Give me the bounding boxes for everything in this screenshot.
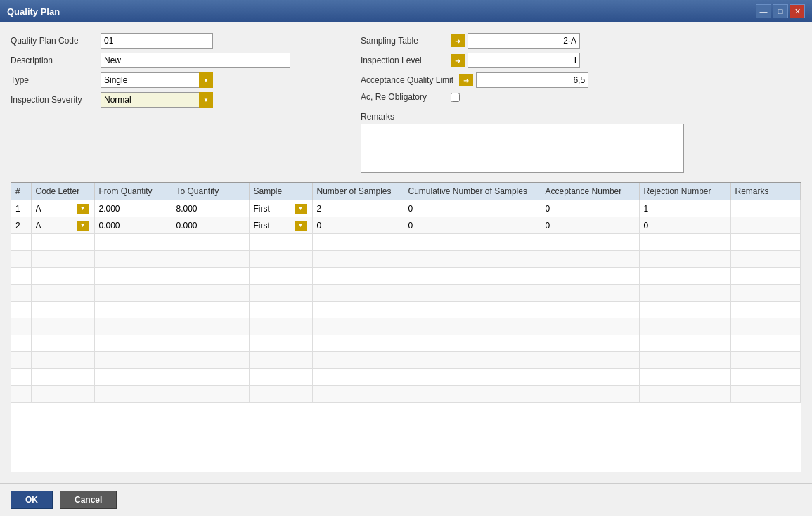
col-header-remarks: Remarks [730, 183, 801, 200]
aql-label: Acceptance Quality Limit [361, 75, 453, 85]
quality-plan-table: # Code Letter From Quantity To Quantity … [11, 183, 801, 403]
table-row-empty [11, 386, 801, 403]
cell-row2-reject: 0 [639, 217, 730, 234]
cell-row1-sample[interactable]: FirstSecond ▼ [249, 200, 312, 217]
form-section: Quality Plan Code Description Type Singl… [11, 33, 801, 175]
aql-input-group [459, 72, 588, 88]
row1-sample-select[interactable]: FirstSecond [254, 204, 307, 214]
type-select-wrapper: Single Double Multiple ▼ [101, 72, 213, 88]
sampling-table-input-group [451, 33, 580, 49]
type-select[interactable]: Single Double Multiple [101, 72, 213, 88]
description-label: Description [11, 56, 95, 65]
ok-button[interactable]: OK [11, 491, 53, 509]
row1-code-select[interactable]: ABC [36, 204, 89, 214]
cell-row1-num-samples: 2 [312, 200, 404, 217]
sampling-table-row: Sampling Table [361, 33, 801, 49]
type-row: Type Single Double Multiple ▼ [11, 72, 290, 88]
cell-row1-accept: 0 [541, 200, 639, 217]
col-header-code-letter: Code Letter [31, 183, 94, 200]
col-header-acceptance-number: Acceptance Number [541, 183, 639, 200]
maximize-button[interactable]: □ [773, 4, 788, 18]
aql-arrow-button[interactable] [459, 74, 473, 86]
table-row-empty [11, 335, 801, 352]
row2-code-select-wrapper: ABC ▼ [36, 221, 89, 231]
table-header-row: # Code Letter From Quantity To Quantity … [11, 183, 801, 200]
table-row-empty [11, 302, 801, 318]
cell-row1-num: 1 [11, 200, 31, 217]
quality-plan-code-input[interactable] [101, 33, 213, 49]
table-row-empty [11, 352, 801, 369]
cell-row1-remarks [730, 200, 801, 217]
row2-code-select[interactable]: ABC [36, 221, 89, 231]
remarks-section: Remarks [361, 112, 801, 175]
table-row-empty [11, 285, 801, 302]
quality-plan-window: Quality Plan — □ ✕ Quality Plan Code Des… [0, 0, 812, 516]
inspection-severity-select[interactable]: Normal Tightened Reduced [101, 92, 213, 108]
cell-row2-num-samples: 0 [312, 217, 404, 234]
ac-re-obligatory-row: Ac, Re Obligatory [361, 92, 801, 102]
footer: OK Cancel [0, 483, 812, 516]
minimize-button[interactable]: — [756, 4, 771, 18]
col-header-rejection-number: Rejection Number [639, 183, 730, 200]
sampling-table-arrow-button[interactable] [451, 34, 465, 47]
inspection-severity-label: Inspection Severity [11, 95, 95, 105]
cancel-button[interactable]: Cancel [60, 491, 117, 509]
ac-re-obligatory-checkbox[interactable] [451, 93, 460, 102]
form-left: Quality Plan Code Description Type Singl… [11, 33, 290, 175]
close-button[interactable]: ✕ [790, 4, 805, 18]
description-input[interactable] [101, 53, 290, 68]
window-title: Quality Plan [7, 6, 60, 17]
inspection-severity-select-wrapper: Normal Tightened Reduced ▼ [101, 92, 213, 108]
cell-row2-code[interactable]: ABC ▼ [31, 217, 94, 234]
col-header-to-quantity: To Quantity [172, 183, 249, 200]
remarks-textarea[interactable] [361, 124, 684, 173]
row2-sample-select[interactable]: FirstSecond [254, 221, 307, 231]
col-header-cumulative-number: Cumulative Number of Samples [404, 183, 541, 200]
ac-re-obligatory-label: Ac, Re Obligatory [361, 92, 445, 102]
col-header-from-quantity: From Quantity [94, 183, 172, 200]
form-right: Sampling Table Inspection Level Acceptan… [361, 33, 801, 175]
cell-row2-accept: 0 [541, 217, 639, 234]
cell-row1-to: 8.000 [172, 200, 249, 217]
description-row: Description [11, 53, 290, 68]
cell-row2-remarks [730, 217, 801, 234]
sampling-table-input[interactable] [468, 33, 580, 49]
main-content: Quality Plan Code Description Type Singl… [0, 22, 812, 483]
cell-row2-from: 0.000 [94, 217, 172, 234]
row2-sample-select-wrapper: FirstSecond ▼ [254, 221, 307, 231]
inspection-level-label: Inspection Level [361, 56, 445, 65]
col-header-sample: Sample [249, 183, 312, 200]
quality-plan-code-label: Quality Plan Code [11, 36, 95, 46]
cell-row1-code[interactable]: ABC ▼ [31, 200, 94, 217]
data-table-section: # Code Letter From Quantity To Quantity … [11, 182, 801, 472]
inspection-level-input-group [451, 53, 580, 68]
row1-sample-select-wrapper: FirstSecond ▼ [254, 204, 307, 214]
table-row-empty [11, 268, 801, 285]
title-bar: Quality Plan — □ ✕ [0, 0, 812, 22]
inspection-severity-row: Inspection Severity Normal Tightened Red… [11, 92, 290, 108]
remarks-label: Remarks [361, 112, 801, 122]
cell-row1-cum-samples: 0 [404, 200, 541, 217]
inspection-level-arrow-button[interactable] [451, 54, 465, 67]
col-header-hash: # [11, 183, 31, 200]
cell-row2-to: 0.000 [172, 217, 249, 234]
window-controls: — □ ✕ [756, 4, 805, 18]
table-row-empty [11, 369, 801, 386]
col-header-number-of-samples: Number of Samples [312, 183, 404, 200]
table-row: 2 ABC ▼ 0.000 0.000 [11, 217, 801, 234]
quality-plan-code-row: Quality Plan Code [11, 33, 290, 49]
type-label: Type [11, 75, 95, 85]
aql-input[interactable] [476, 72, 588, 88]
cell-row1-from: 2.000 [94, 200, 172, 217]
table-row-empty [11, 234, 801, 251]
sampling-table-label: Sampling Table [361, 36, 445, 46]
cell-row2-cum-samples: 0 [404, 217, 541, 234]
row1-code-select-wrapper: ABC ▼ [36, 204, 89, 214]
cell-row2-sample[interactable]: FirstSecond ▼ [249, 217, 312, 234]
inspection-level-input[interactable] [468, 53, 580, 68]
inspection-level-row: Inspection Level [361, 53, 801, 68]
table-row: 1 ABC ▼ 2.000 8.000 [11, 200, 801, 217]
table-row-empty [11, 251, 801, 268]
ac-re-obligatory-checkbox-wrapper [451, 93, 460, 102]
aql-row: Acceptance Quality Limit [361, 72, 801, 88]
